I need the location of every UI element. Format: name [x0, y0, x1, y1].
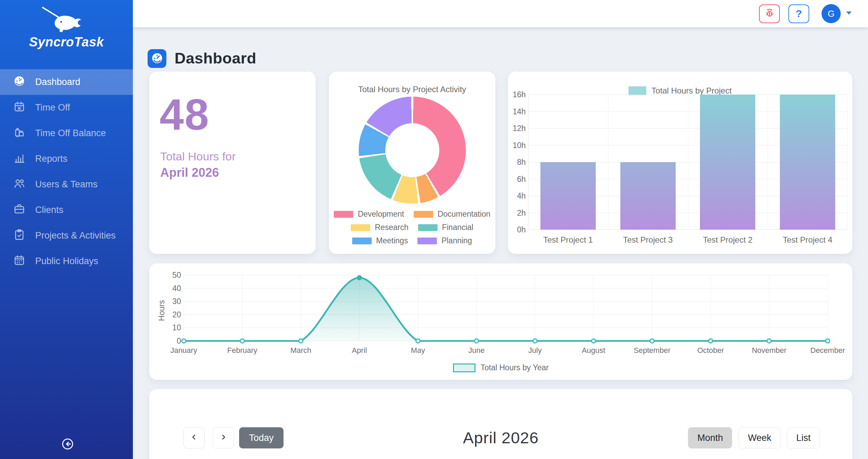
- users-icon: [13, 177, 26, 192]
- y-tick-label: 0h: [511, 225, 526, 234]
- gauge-icon: [13, 75, 26, 90]
- calendar-dots-icon: [13, 254, 26, 269]
- sidebar-item-public-holidays[interactable]: Public Holidays: [0, 248, 133, 274]
- bar: [540, 162, 596, 230]
- legend-row: Meetings Planning: [329, 236, 495, 245]
- line-legend-swatch: [453, 363, 476, 372]
- legend-label: Planning: [441, 236, 472, 245]
- svg-text:10: 10: [172, 323, 181, 332]
- legend-item-development[interactable]: Development: [334, 210, 404, 219]
- sidebar-item-clients[interactable]: Clients: [0, 197, 133, 223]
- legend-item-meetings[interactable]: Meetings: [352, 236, 408, 245]
- y-tick-label: 8h: [511, 158, 526, 167]
- sidebar-item-label: Time Off: [35, 102, 70, 113]
- legend-item-research[interactable]: Research: [351, 223, 408, 232]
- x-tick-label: Test Project 2: [690, 235, 765, 245]
- sidebar-collapse-button[interactable]: [61, 438, 74, 450]
- calendar-prev-button[interactable]: [183, 427, 205, 448]
- line-chart-legend[interactable]: Total Hours by Year: [149, 363, 852, 372]
- app-logo[interactable]: SyncroTask: [0, 5, 133, 49]
- svg-text:40: 40: [172, 284, 181, 293]
- legend-item-financial[interactable]: Financial: [418, 223, 473, 232]
- y-tick-label: 12h: [511, 124, 526, 133]
- calendar-x-icon: [13, 100, 26, 115]
- bar: [700, 95, 755, 230]
- svg-text:February: February: [227, 346, 257, 355]
- legend-item-documentation[interactable]: Documentation: [414, 210, 491, 219]
- y-tick-label: 6h: [511, 175, 526, 184]
- sidebar-item-label: Users & Teams: [35, 179, 98, 190]
- svg-text:January: January: [170, 346, 197, 355]
- arrow-left-circle-icon: [61, 446, 74, 451]
- user-menu-toggle[interactable]: [845, 11, 852, 17]
- sidebar-item-dashboard[interactable]: Dashboard: [0, 69, 133, 95]
- y-tick-label: 4h: [511, 191, 526, 201]
- sidebar: SyncroTask Dashboard Time Off Time: [0, 0, 133, 459]
- svg-text:August: August: [582, 346, 605, 355]
- sidebar-item-users-teams[interactable]: Users & Teams: [0, 172, 133, 197]
- svg-text:0: 0: [177, 336, 181, 345]
- view-week-button[interactable]: Week: [739, 427, 781, 448]
- svg-text:May: May: [411, 346, 425, 355]
- svg-text:December: December: [810, 346, 845, 355]
- line-legend-label: Total Hours by Year: [481, 363, 549, 372]
- bar: [620, 162, 676, 230]
- bar-legend-swatch: [629, 86, 646, 95]
- calendar-nav-group: Today: [183, 427, 284, 448]
- sidebar-item-time-off-balance[interactable]: Time Off Balance: [0, 120, 133, 146]
- donut-chart-title: Total Hours by Project Activity: [329, 85, 495, 94]
- total-hours-label-line2: April 2026: [160, 166, 219, 180]
- calendar-next-button[interactable]: [213, 427, 234, 448]
- legend-label: Documentation: [438, 210, 491, 219]
- page-title: Dashboard: [175, 49, 257, 67]
- svg-text:November: November: [752, 346, 786, 355]
- sidebar-item-label: Dashboard: [35, 77, 80, 87]
- avatar[interactable]: G: [822, 4, 841, 23]
- svg-text:30: 30: [172, 297, 181, 306]
- x-tick-label: Test Project 3: [610, 235, 686, 245]
- total-hours-card: 48 Total Hours for April 2026: [149, 72, 316, 254]
- legend-item-planning[interactable]: Planning: [417, 236, 472, 245]
- donut-legend-swatch: [418, 224, 438, 231]
- legend-label: Research: [375, 223, 408, 232]
- y-tick-label: 10h: [511, 141, 526, 150]
- line-chart: 01020304050JanuaryFebruaryMarchAprilMayJ…: [149, 263, 852, 380]
- x-tick-label: Test Project 4: [770, 235, 845, 245]
- briefcase-icon: [13, 203, 26, 218]
- clipboard-check-icon: [13, 228, 26, 243]
- sidebar-nav: Dashboard Time Off Time Off Balance Repo…: [0, 69, 133, 274]
- sidebar-item-reports[interactable]: Reports: [0, 146, 133, 172]
- gridline: [848, 95, 848, 230]
- line-chart-card: 01020304050JanuaryFebruaryMarchAprilMayJ…: [149, 263, 852, 380]
- avatar-initial: G: [828, 9, 835, 19]
- sidebar-item-projects-activities[interactable]: Projects & Activities: [0, 223, 133, 248]
- page-header: Dashboard: [148, 39, 257, 77]
- sidebar-item-time-off[interactable]: Time Off: [0, 95, 133, 120]
- chevron-down-icon: [845, 11, 852, 17]
- topbar: ? G: [133, 0, 868, 27]
- gridline: [608, 95, 608, 230]
- svg-text:April: April: [352, 346, 367, 355]
- calendar-card: April 2026 Today Month Week List: [149, 389, 852, 459]
- y-tick-label: 16h: [511, 90, 526, 99]
- y-tick-label: 14h: [511, 107, 526, 116]
- view-month-button[interactable]: Month: [688, 427, 732, 448]
- sidebar-item-label: Public Holidays: [35, 256, 98, 267]
- sidebar-item-label: Reports: [35, 154, 68, 164]
- sidebar-item-label: Time Off Balance: [35, 128, 106, 139]
- gridline: [688, 95, 688, 230]
- view-list-button[interactable]: List: [787, 427, 820, 448]
- sidebar-item-label: Projects & Activities: [35, 230, 116, 241]
- bug-report-button[interactable]: [759, 4, 780, 23]
- calendar-view-switcher: Month Week List: [688, 427, 820, 448]
- today-button[interactable]: Today: [239, 427, 284, 448]
- donut-legend-swatch: [334, 211, 353, 218]
- svg-text:Hours: Hours: [157, 300, 166, 321]
- svg-text:20: 20: [172, 310, 181, 319]
- bar-chart-icon: [13, 152, 26, 167]
- narwhal-logo-icon: [39, 5, 94, 34]
- help-button[interactable]: ?: [788, 4, 809, 23]
- bar: [780, 95, 835, 230]
- gridline: [768, 95, 768, 230]
- donut-legend-swatch: [417, 238, 437, 244]
